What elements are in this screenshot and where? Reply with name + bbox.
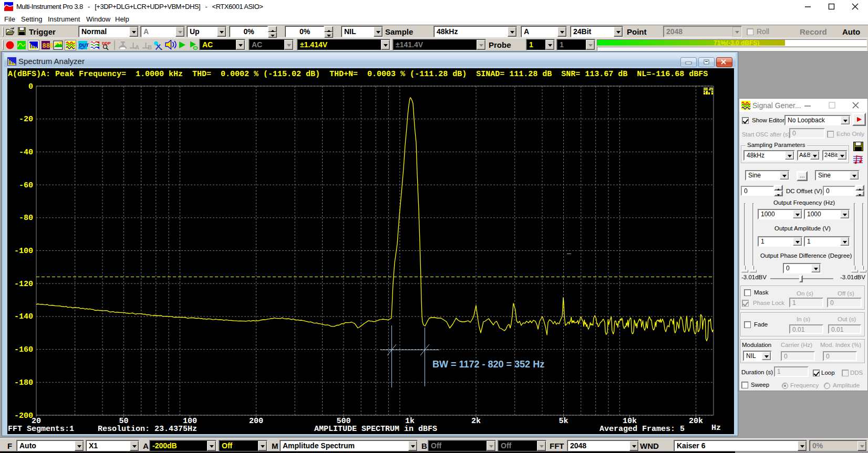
svg-text:Resolution: 23.4375Hz: Resolution: 23.4375Hz: [98, 425, 197, 434]
svg-text:2k: 2k: [471, 417, 481, 426]
svg-text:-40: -40: [19, 148, 33, 157]
svg-text:888: 888: [43, 43, 54, 50]
svg-text:DUT: DUT: [79, 43, 89, 48]
svg-text:20k: 20k: [689, 417, 703, 426]
svg-text:DDP: DDP: [102, 41, 111, 46]
svg-text:-100: -100: [14, 247, 33, 256]
svg-text:-200: -200: [14, 412, 33, 420]
svg-text:BW = 1172 - 820 = 352 Hz: BW = 1172 - 820 = 352 Hz: [432, 359, 544, 370]
svg-text:200: 200: [249, 417, 263, 426]
svg-text:AMPLITUDE SPECTRUM in dBFS: AMPLITUDE SPECTRUM in dBFS: [314, 425, 437, 434]
svg-text:Hz: Hz: [711, 424, 721, 433]
svg-text:FFT Segments:1: FFT Segments:1: [8, 425, 74, 434]
svg-text:Averaged Frames: 5: Averaged Frames: 5: [600, 425, 685, 434]
svg-text:5k: 5k: [559, 417, 568, 426]
svg-text:-140: -140: [14, 312, 33, 321]
svg-text:B: B: [148, 44, 152, 50]
svg-text:-20: -20: [19, 115, 33, 124]
svg-text:A: A: [135, 44, 139, 50]
svg-text:-120: -120: [14, 280, 33, 289]
svg-text:-60: -60: [19, 181, 33, 190]
svg-text:-80: -80: [19, 214, 33, 223]
svg-text:-160: -160: [14, 345, 33, 354]
svg-text:-180: -180: [14, 378, 33, 387]
svg-text:0: 0: [28, 82, 33, 91]
